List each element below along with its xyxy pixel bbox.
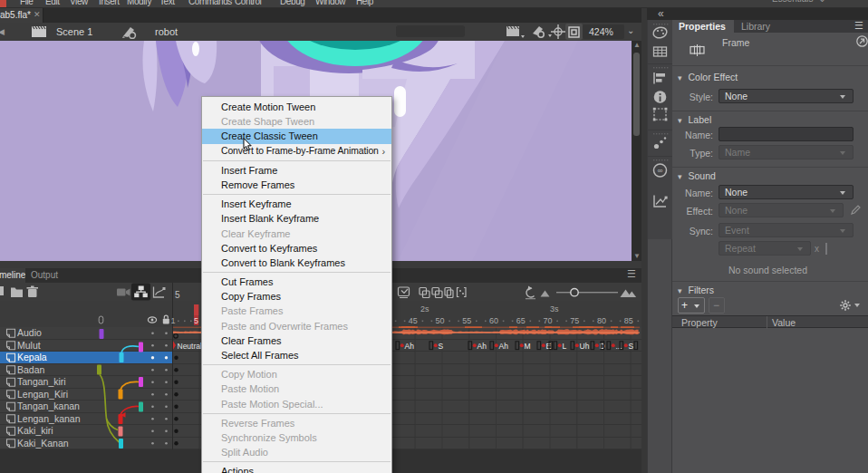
svg-text:5: 5 xyxy=(175,290,180,300)
svg-text:S: S xyxy=(629,342,634,351)
svg-text:75: 75 xyxy=(570,316,579,325)
svg-text:70: 70 xyxy=(543,316,552,325)
svg-text:80: 80 xyxy=(597,316,606,325)
svg-text:1: 1 xyxy=(171,316,176,325)
svg-text:Uh: Uh xyxy=(580,342,590,351)
svg-text:65: 65 xyxy=(516,316,526,325)
svg-text:Ah: Ah xyxy=(499,342,509,351)
svg-text:∞: ∞ xyxy=(657,166,662,175)
svg-text:L: L xyxy=(563,342,567,351)
svg-text:Ah: Ah xyxy=(405,342,415,351)
svg-text:45: 45 xyxy=(409,316,418,325)
svg-text:Neutral: Neutral xyxy=(178,342,203,351)
svg-text:55: 55 xyxy=(462,316,471,325)
svg-text:3s: 3s xyxy=(550,304,559,314)
svg-text:85: 85 xyxy=(624,316,633,325)
svg-text:Ah: Ah xyxy=(477,342,487,351)
svg-text:5: 5 xyxy=(194,316,198,325)
svg-text:M: M xyxy=(525,342,531,351)
svg-text:S: S xyxy=(439,342,444,351)
svg-text:50: 50 xyxy=(436,316,445,325)
svg-text:60: 60 xyxy=(489,316,498,325)
svg-text:2s: 2s xyxy=(420,304,429,314)
